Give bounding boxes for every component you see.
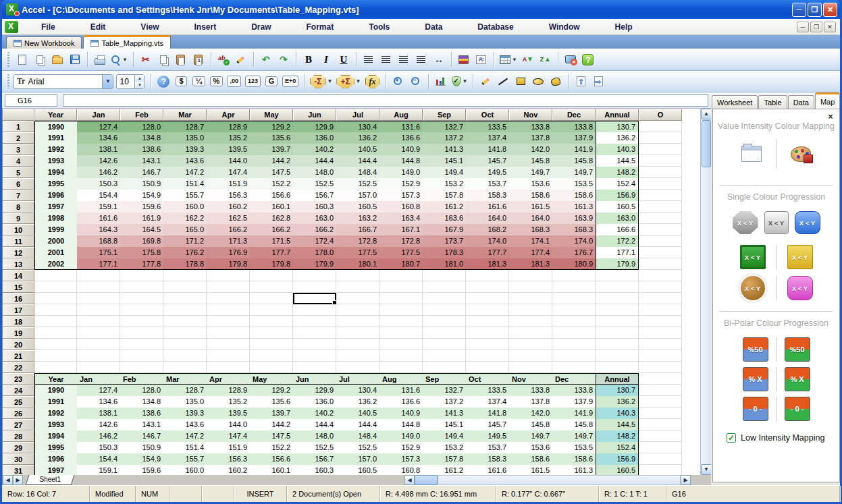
cell[interactable]: 150.9 <box>120 442 163 453</box>
cell[interactable] <box>163 327 207 339</box>
sum-plus-dropdown-icon[interactable]: ▼ <box>356 78 361 84</box>
cell[interactable]: 144.8 <box>379 155 423 167</box>
cell[interactable] <box>639 430 682 442</box>
cell-selection[interactable] <box>293 293 336 304</box>
bipolar-green-50-button[interactable]: %50 <box>785 337 810 362</box>
row-header[interactable]: 31 <box>3 465 34 475</box>
cell[interactable] <box>639 293 682 304</box>
cell[interactable]: 156.7 <box>293 190 336 201</box>
cell[interactable]: 153.6 <box>509 178 552 190</box>
draw-pencil-button[interactable] <box>477 73 494 90</box>
cell[interactable]: 128.9 <box>207 121 250 132</box>
cell[interactable]: 152.9 <box>379 178 423 190</box>
cell[interactable]: 127.4 <box>77 121 120 132</box>
cell[interactable]: 146.7 <box>120 430 163 442</box>
cell[interactable] <box>509 316 552 327</box>
cell[interactable]: 156.7 <box>293 453 336 465</box>
cell[interactable] <box>509 293 552 304</box>
close-document-button[interactable] <box>562 51 579 68</box>
row-header[interactable]: 21 <box>3 350 34 362</box>
annual-cell[interactable]: 136.2 <box>596 396 639 408</box>
table-header-cell[interactable]: Annual <box>596 373 639 385</box>
cell[interactable]: 136.2 <box>336 132 379 144</box>
single-brown-circle-button[interactable]: X < Y <box>741 276 765 300</box>
cut-button[interactable]: ✂ <box>138 51 154 68</box>
cell[interactable] <box>336 362 379 373</box>
vertical-scrollbar[interactable]: ▲▼ <box>700 109 711 475</box>
scroll-up-icon[interactable]: ▲ <box>701 109 711 119</box>
zoom-in-button[interactable] <box>390 73 406 90</box>
cell[interactable]: 146.2 <box>77 167 120 178</box>
cell[interactable]: 136.0 <box>293 132 336 144</box>
cell[interactable]: 149.0 <box>379 430 423 442</box>
cell[interactable]: 147.4 <box>207 430 250 442</box>
cell[interactable] <box>509 281 552 293</box>
cell[interactable]: 127.4 <box>77 385 120 396</box>
cell[interactable]: 132.7 <box>423 121 466 132</box>
cell[interactable]: 133.8 <box>509 121 552 132</box>
cell[interactable] <box>163 304 207 316</box>
cell[interactable]: 173.7 <box>423 235 466 247</box>
cell[interactable]: 144.8 <box>379 419 423 430</box>
cell[interactable]: 1991 <box>34 396 77 408</box>
cell[interactable]: 167.9 <box>423 224 466 235</box>
cell[interactable]: 178.8 <box>163 258 207 270</box>
font-dropdown-icon[interactable]: ▼ <box>102 75 113 88</box>
row-header[interactable]: 4 <box>3 155 34 167</box>
save-button[interactable] <box>67 51 83 68</box>
cell[interactable]: 149.7 <box>552 430 596 442</box>
cell[interactable]: 142.6 <box>77 155 120 167</box>
cell[interactable] <box>509 327 552 339</box>
cell[interactable] <box>77 270 120 281</box>
cell[interactable]: 134.8 <box>120 132 163 144</box>
row-header[interactable]: 25 <box>3 396 34 408</box>
row-header[interactable]: 2 <box>3 132 34 144</box>
cell[interactable] <box>639 201 682 213</box>
cell[interactable]: 147.4 <box>207 167 250 178</box>
font-format-button[interactable] <box>473 51 490 68</box>
cell[interactable]: 147.2 <box>163 430 207 442</box>
cell[interactable] <box>639 442 682 453</box>
doc-tab[interactable]: New Workbook <box>6 36 82 49</box>
cell[interactable] <box>639 121 682 132</box>
cell[interactable]: 161.5 <box>509 465 552 475</box>
cell[interactable] <box>639 385 682 396</box>
cell[interactable] <box>639 213 682 224</box>
cell[interactable]: 154.9 <box>120 190 163 201</box>
hscroll-left-icon[interactable]: ◀ <box>404 475 415 485</box>
cell[interactable] <box>639 408 682 419</box>
percent-format-button[interactable]: % <box>208 73 224 90</box>
cell[interactable]: 134.6 <box>77 396 120 408</box>
cell[interactable] <box>34 327 77 339</box>
cell[interactable]: 140.9 <box>379 144 423 155</box>
annual-cell[interactable]: 172.2 <box>596 235 639 247</box>
cell[interactable] <box>509 350 552 362</box>
cell[interactable]: 135.0 <box>163 396 207 408</box>
menu-data[interactable]: Data <box>407 21 460 33</box>
cell[interactable] <box>466 293 509 304</box>
cell[interactable]: 135.6 <box>250 132 293 144</box>
annual-cell[interactable]: 163.0 <box>596 213 639 224</box>
cell[interactable]: 143.6 <box>163 419 207 430</box>
sum-plus-button[interactable]: +Σ▼ <box>335 73 362 90</box>
row-header[interactable]: 3 <box>3 144 34 155</box>
cell[interactable] <box>639 167 682 178</box>
cell[interactable]: 139.3 <box>163 144 207 155</box>
cell[interactable] <box>77 281 120 293</box>
redo-button[interactable]: ↷ <box>275 51 292 68</box>
single-gray-octagon-button[interactable]: X < Y <box>733 211 758 234</box>
cell[interactable] <box>639 190 682 201</box>
cell[interactable]: 154.4 <box>77 453 120 465</box>
cell[interactable] <box>163 362 207 373</box>
cell[interactable] <box>120 350 163 362</box>
row-header[interactable]: 7 <box>3 190 34 201</box>
annual-cell[interactable]: 144.5 <box>596 419 639 430</box>
cell[interactable]: 157.8 <box>423 453 466 465</box>
cell[interactable] <box>466 327 509 339</box>
cell[interactable] <box>596 339 639 350</box>
function-button[interactable]: fx <box>364 73 381 90</box>
bipolar-blue-0-button[interactable]: - 0 - <box>743 397 768 421</box>
cell[interactable] <box>379 339 423 350</box>
cell[interactable] <box>207 327 250 339</box>
cell[interactable]: 145.1 <box>423 155 466 167</box>
